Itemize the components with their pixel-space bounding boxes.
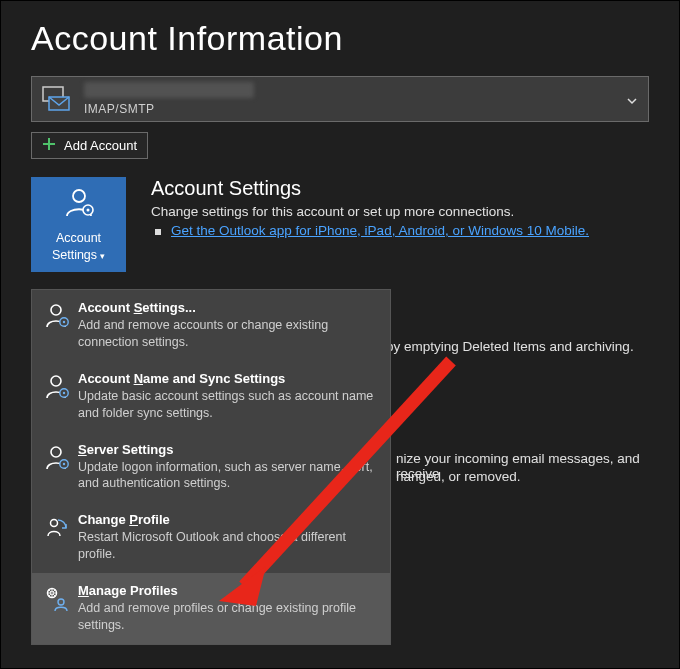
svg-point-9 [63,321,65,323]
mail-account-icon [42,86,72,112]
menu-item-manage-profiles[interactable]: Manage Profiles Add and remove profiles … [32,573,390,644]
menu-item-title: Manage Profiles [78,583,378,598]
account-settings-dropdown-menu: Account Settings... Add and remove accou… [31,289,391,645]
add-account-label: Add Account [64,138,137,153]
chevron-down-icon: ▾ [100,251,105,261]
svg-point-10 [51,376,61,386]
manage-profiles-icon [44,583,78,634]
svg-point-4 [73,190,85,202]
chevron-down-icon [626,93,638,111]
svg-point-16 [51,520,58,527]
menu-item-desc: Restart Microsoft Outlook and choose a d… [78,529,378,563]
section-heading: Account Settings [151,177,589,200]
account-settings-section: Account Settings Change settings for thi… [151,177,589,272]
add-account-button[interactable]: Add Account [31,132,148,159]
svg-point-7 [51,305,61,315]
page-title: Account Information [1,1,679,68]
svg-point-12 [63,392,65,394]
menu-item-title: Account Name and Sync Settings [78,371,378,386]
svg-point-13 [51,447,61,457]
menu-item-desc: Update basic account settings such as ac… [78,388,378,422]
menu-item-desc: Update logon information, such as server… [78,459,378,493]
menu-item-desc: Add and remove profiles or change existi… [78,600,378,634]
menu-item-name-sync-settings[interactable]: Account Name and Sync Settings Update ba… [32,361,390,432]
account-type-label: IMAP/SMTP [84,102,254,116]
section-subtext: Change settings for this account or set … [151,204,589,219]
menu-item-title: Server Settings [78,442,378,457]
account-settings-tile-icon [62,186,96,224]
menu-item-change-profile[interactable]: Change Profile Restart Microsoft Outlook… [32,502,390,573]
account-name-redacted [84,82,254,98]
change-profile-icon [44,512,78,563]
rules-fragment-2: nanged, or removed. [396,469,521,484]
account-settings-tile-button[interactable]: Account Settings▾ [31,177,126,272]
menu-item-account-settings[interactable]: Account Settings... Add and remove accou… [32,290,390,361]
outlook-app-link[interactable]: Get the Outlook app for iPhone, iPad, An… [171,223,589,238]
account-selector-dropdown[interactable]: IMAP/SMTP [31,76,649,122]
menu-item-title: Change Profile [78,512,378,527]
name-sync-icon [44,371,78,422]
svg-point-6 [86,209,89,212]
plus-icon [42,137,56,154]
menu-item-server-settings[interactable]: Server Settings Update logon information… [32,432,390,503]
svg-point-19 [58,599,64,605]
menu-item-title: Account Settings... [78,300,378,315]
mailbox-cleanup-fragment: by emptying Deleted Items and archiving. [386,339,634,354]
svg-point-18 [51,592,54,595]
svg-point-15 [63,462,65,464]
account-settings-icon [44,300,78,351]
menu-item-desc: Add and remove accounts or change existi… [78,317,378,351]
server-settings-icon [44,442,78,493]
tile-label: Account Settings▾ [52,230,105,263]
bullet-icon [155,229,161,235]
